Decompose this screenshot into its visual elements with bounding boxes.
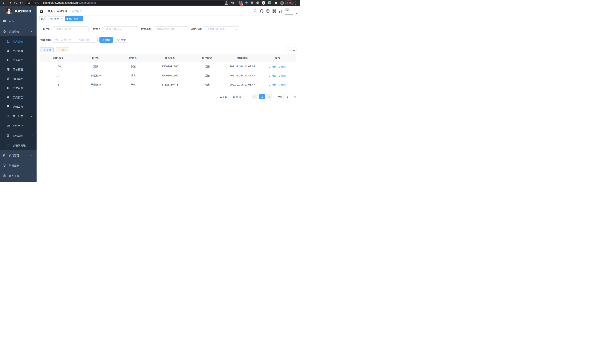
svg-text:10: 10 xyxy=(240,3,243,5)
svg-text:⌘: ⌘ xyxy=(251,2,253,4)
